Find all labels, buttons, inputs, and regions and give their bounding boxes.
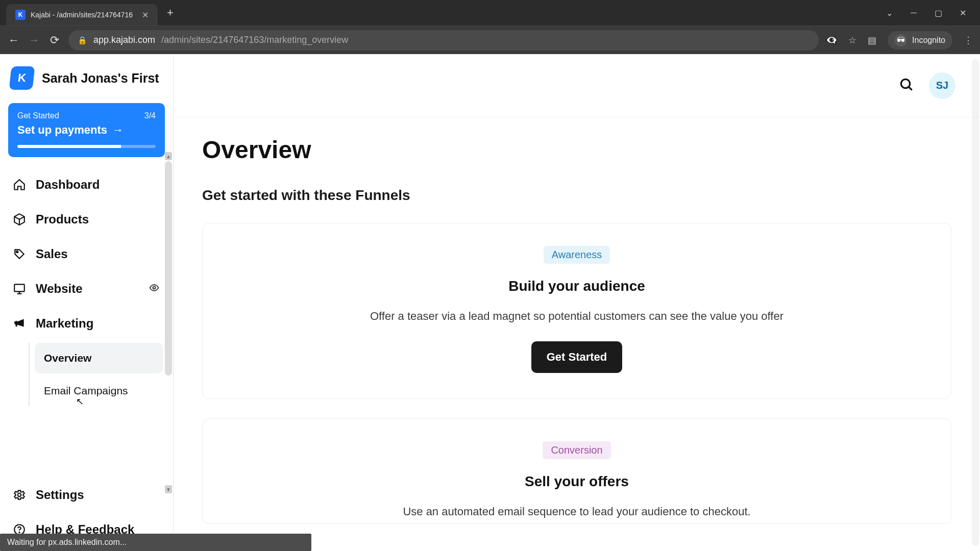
search-icon[interactable] xyxy=(898,77,915,95)
eye-icon[interactable] xyxy=(148,282,161,296)
funnel-heading: Build your audience xyxy=(223,278,930,294)
status-bar: Waiting for px.ads.linkedin.com... xyxy=(0,534,311,551)
box-icon xyxy=(12,212,27,227)
reload-button[interactable]: ⟳ xyxy=(48,34,61,47)
close-window-icon[interactable]: ✕ xyxy=(958,8,968,18)
funnel-body: Use an automated email sequence to lead … xyxy=(223,505,930,518)
sidebar-item-label: Marketing xyxy=(36,316,93,331)
get-started-progress: 3/4 xyxy=(144,111,156,120)
maximize-window-icon[interactable]: ▢ xyxy=(933,8,943,18)
home-icon xyxy=(12,178,27,192)
tab-title: Kajabi - /admin/sites/214764716 xyxy=(31,11,133,19)
kebab-menu-icon[interactable]: ⋮ xyxy=(964,35,973,46)
incognito-badge[interactable]: 🕶 Incognito xyxy=(888,31,952,49)
megaphone-icon xyxy=(12,316,27,331)
svg-point-6 xyxy=(901,79,910,88)
browser-tab[interactable]: K Kajabi - /admin/sites/214764716 ✕ xyxy=(6,4,158,26)
section-title: Get started with these Funnels xyxy=(202,187,951,204)
forward-button[interactable]: → xyxy=(28,34,41,47)
sidebar-scroll-up-icon[interactable]: ▲ xyxy=(165,152,172,160)
minimize-window-icon[interactable]: ─ xyxy=(909,8,919,17)
bookmark-icon[interactable]: ☆ xyxy=(848,35,856,46)
funnel-tag: Awareness xyxy=(544,246,610,264)
back-button[interactable]: ← xyxy=(7,34,20,47)
panel-icon[interactable]: ▤ xyxy=(868,35,876,46)
get-started-action: Set up payments xyxy=(17,123,107,137)
sidebar-item-label: Sales xyxy=(36,247,68,261)
close-tab-icon[interactable]: ✕ xyxy=(142,10,149,20)
subnav-item-email-campaigns[interactable]: Email Campaigns xyxy=(35,375,163,406)
tracking-blocked-icon[interactable]: 👁‍🗨 xyxy=(826,35,837,46)
status-text: Waiting for px.ads.linkedin.com... xyxy=(7,538,127,547)
new-tab-button[interactable]: + xyxy=(167,6,174,19)
sidebar-item-label: Products xyxy=(36,212,89,227)
gear-icon xyxy=(12,488,27,502)
tabs-dropdown-icon[interactable]: ⌄ xyxy=(884,8,894,18)
incognito-label: Incognito xyxy=(912,36,945,45)
sidebar-item-label: Website xyxy=(36,282,83,296)
monitor-icon xyxy=(12,282,27,296)
address-bar[interactable]: 🔒 app.kajabi.com/admin/sites/2147647163/… xyxy=(68,30,819,51)
svg-point-3 xyxy=(18,493,21,497)
funnel-heading: Sell your offers xyxy=(223,473,930,490)
avatar[interactable]: SJ xyxy=(929,72,955,99)
avatar-initials: SJ xyxy=(936,80,948,91)
incognito-icon: 🕶 xyxy=(895,34,907,46)
sidebar-item-products[interactable]: Products xyxy=(5,202,168,237)
sidebar-scroll-down-icon[interactable]: ▼ xyxy=(165,485,172,493)
url-path: /admin/sites/2147647163/marketing_overvi… xyxy=(161,35,348,45)
get-started-label: Get Started xyxy=(17,111,59,120)
funnel-card-conversion: Conversion Sell your offers Use an autom… xyxy=(202,418,951,524)
arrow-right-icon: → xyxy=(112,123,124,137)
sidebar-item-marketing[interactable]: Marketing xyxy=(5,306,168,341)
sidebar-item-label: Settings xyxy=(36,488,84,502)
funnel-card-awareness: Awareness Build your audience Offer a te… xyxy=(202,223,951,399)
funnel-tag: Conversion xyxy=(543,441,610,459)
sidebar-item-sales[interactable]: Sales xyxy=(5,237,168,271)
sidebar-item-label: Dashboard xyxy=(36,178,100,192)
get-started-button[interactable]: Get Started xyxy=(531,341,623,373)
svg-rect-1 xyxy=(14,284,24,291)
svg-point-2 xyxy=(153,287,156,289)
sidebar-item-website[interactable]: Website xyxy=(5,271,168,306)
sidebar-item-dashboard[interactable]: Dashboard xyxy=(5,167,168,202)
lock-icon: 🔒 xyxy=(78,36,87,45)
tag-icon xyxy=(12,247,27,261)
kajabi-logo-icon[interactable]: K xyxy=(9,66,35,90)
svg-point-5 xyxy=(19,532,19,533)
svg-point-0 xyxy=(16,251,18,253)
site-name[interactable]: Sarah Jonas's First xyxy=(42,71,159,86)
subnav-item-overview[interactable]: Overview xyxy=(35,343,163,373)
page-title: Overview xyxy=(202,136,951,164)
sidebar-item-settings[interactable]: Settings xyxy=(5,478,168,512)
sidebar-scrollbar[interactable] xyxy=(165,161,172,375)
get-started-card[interactable]: Get Started 3/4 Set up payments → xyxy=(8,103,165,157)
subnav-item-label: Overview xyxy=(44,352,91,364)
url-host: app.kajabi.com xyxy=(93,35,155,45)
subnav-item-label: Email Campaigns xyxy=(44,385,128,396)
progress-bar xyxy=(17,145,156,148)
main-scrollbar[interactable] xyxy=(972,59,979,546)
funnel-body: Offer a teaser via a lead magnet so pote… xyxy=(223,310,930,323)
kajabi-favicon-icon: K xyxy=(15,10,26,20)
